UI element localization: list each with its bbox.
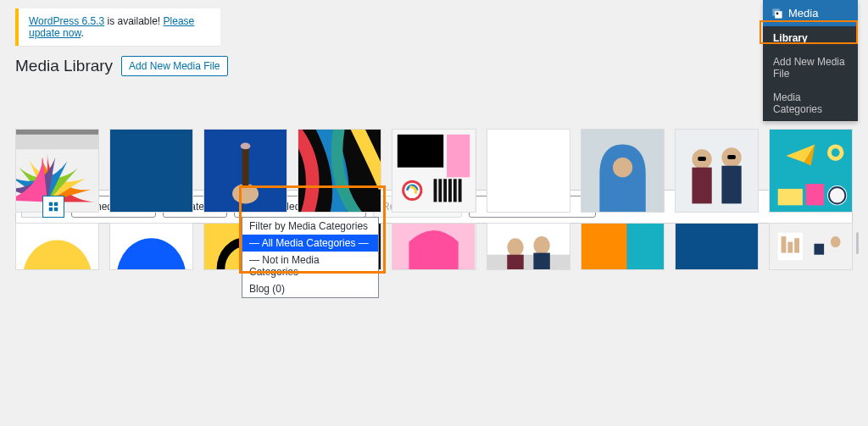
media-item[interactable] xyxy=(392,223,476,270)
page-title: Media Library xyxy=(15,57,113,75)
add-new-media-button[interactable]: Add New Media File xyxy=(121,56,227,76)
svg-point-38 xyxy=(232,184,259,203)
dropdown-option[interactable]: Blog (0) xyxy=(242,280,378,297)
svg-point-54 xyxy=(613,158,632,177)
update-notice: WordPress 6.5.3 is available! Please upd… xyxy=(15,8,220,46)
svg-rect-39 xyxy=(242,144,249,185)
svg-rect-45 xyxy=(434,179,437,202)
media-item[interactable] xyxy=(487,223,570,270)
notice-text: is available! xyxy=(104,15,163,27)
scrollbar-thumb[interactable] xyxy=(856,232,859,254)
wp-version-link[interactable]: WordPress 6.5.3 xyxy=(29,15,104,27)
media-item[interactable] xyxy=(769,223,853,270)
svg-rect-89 xyxy=(814,244,824,255)
svg-rect-46 xyxy=(439,179,442,202)
svg-rect-65 xyxy=(778,189,803,205)
media-item[interactable] xyxy=(675,129,759,213)
media-item[interactable] xyxy=(203,129,287,213)
svg-rect-91 xyxy=(781,236,786,252)
svg-point-67 xyxy=(827,185,847,205)
svg-point-64 xyxy=(832,148,840,157)
svg-rect-36 xyxy=(110,130,192,212)
svg-rect-7 xyxy=(54,207,58,211)
svg-rect-61 xyxy=(727,155,736,159)
svg-rect-85 xyxy=(626,224,664,269)
svg-rect-92 xyxy=(787,242,793,253)
grid-icon xyxy=(47,201,59,213)
svg-rect-59 xyxy=(721,166,741,204)
svg-rect-43 xyxy=(398,135,443,168)
svg-rect-4 xyxy=(49,202,53,206)
media-item[interactable] xyxy=(109,223,193,270)
svg-point-82 xyxy=(533,236,549,255)
svg-rect-55 xyxy=(676,130,758,212)
svg-rect-50 xyxy=(459,179,462,202)
svg-rect-6 xyxy=(49,207,53,211)
svg-point-90 xyxy=(831,236,841,247)
svg-rect-86 xyxy=(676,224,758,269)
media-item[interactable] xyxy=(109,129,193,213)
media-grid-rows xyxy=(15,129,853,270)
svg-rect-52 xyxy=(487,130,570,212)
svg-rect-60 xyxy=(698,157,706,161)
categories-dropdown-panel: Filter by Media Categories — All Media C… xyxy=(242,217,379,298)
svg-rect-81 xyxy=(507,255,523,269)
svg-point-80 xyxy=(507,238,523,257)
media-item[interactable] xyxy=(298,129,381,213)
svg-rect-44 xyxy=(448,135,470,177)
media-item[interactable] xyxy=(581,129,665,213)
media-item[interactable] xyxy=(392,129,476,213)
media-item[interactable] xyxy=(581,223,665,270)
media-item[interactable] xyxy=(675,223,759,270)
svg-rect-83 xyxy=(533,253,549,269)
svg-rect-5 xyxy=(54,202,58,206)
svg-rect-47 xyxy=(444,179,448,202)
svg-rect-93 xyxy=(794,238,799,252)
svg-rect-49 xyxy=(453,179,457,202)
media-item[interactable] xyxy=(15,223,99,270)
svg-rect-57 xyxy=(692,168,711,204)
view-grid-button[interactable] xyxy=(42,196,64,218)
dropdown-option[interactable]: — Not in Media Categories — xyxy=(242,252,378,280)
media-item[interactable] xyxy=(487,129,570,213)
svg-rect-35 xyxy=(16,130,98,135)
media-item[interactable] xyxy=(769,129,853,213)
svg-rect-66 xyxy=(806,184,824,205)
svg-rect-48 xyxy=(448,179,452,202)
dropdown-option[interactable]: Filter by Media Categories xyxy=(242,218,378,235)
dropdown-option[interactable]: — All Media Categories — xyxy=(242,235,378,252)
svg-point-51 xyxy=(403,181,421,199)
svg-point-40 xyxy=(241,143,251,150)
svg-rect-79 xyxy=(487,255,570,269)
